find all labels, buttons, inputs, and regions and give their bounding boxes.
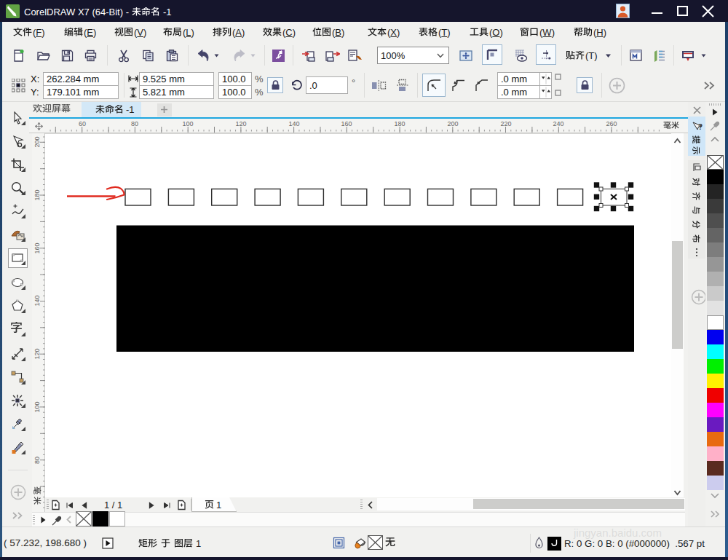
svg-text:?: ? xyxy=(698,123,703,131)
